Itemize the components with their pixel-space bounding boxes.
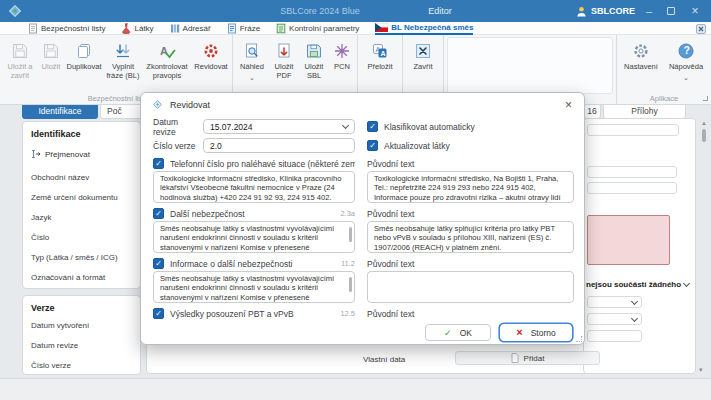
validation-error-field[interactable] <box>587 215 670 265</box>
version-number-label: Číslo verze <box>153 141 203 151</box>
revise-gear-icon <box>202 42 220 60</box>
version-number-input[interactable]: 2.0 <box>203 138 355 153</box>
section-other-hazards-original-text[interactable]: Směs neobsahuje látky splňující kritéria… <box>367 221 574 253</box>
close-editor-button[interactable]: Zavřít <box>405 38 441 72</box>
section-emergency-phone-original-text[interactable]: Toxikologické informační středisko, Na B… <box>367 171 574 203</box>
section-other-hazards-header: ✓ Další nebezpečnost 2.3a <box>153 208 355 219</box>
translate-button[interactable]: AA Přeložit <box>360 38 400 72</box>
tab-latky[interactable]: Látky <box>121 22 153 35</box>
tab-bl-nebezpecna-smes[interactable]: BL Nebezpečná směs <box>375 22 473 35</box>
section-ref-badge: 11.2 <box>341 259 355 268</box>
section-emergency-phone-new-text[interactable]: Toxikologické informační středisko, Klin… <box>153 171 355 203</box>
section-other-hazard-info-new-text[interactable]: Směs neobsahuje látky s vlastnostmi vyvo… <box>153 271 355 303</box>
section-pbt-results-checkbox[interactable]: ✓ <box>153 308 164 319</box>
section-pbt-results-header: ✓ Výsledky posouzení PBT a vPvB 12.5 <box>153 308 355 319</box>
field-typ: Typ (Látka / směs / ICG) <box>31 253 132 262</box>
maximize-button[interactable] <box>661 0 681 22</box>
account-label: SBLCORE <box>591 6 635 16</box>
columns-icon <box>170 23 180 34</box>
pcn-star-icon <box>333 42 351 60</box>
group-label-aplikace: Aplikace <box>617 94 711 103</box>
original-text-label: Původní text <box>367 208 574 219</box>
identification-panel-title: Identifikace <box>31 129 132 139</box>
section-other-hazards-checkbox[interactable]: ✓ <box>153 208 164 219</box>
textarea-scrollbar-thumb[interactable] <box>349 227 352 242</box>
version-panel-title: Verze <box>31 303 132 313</box>
right-panel-input-1[interactable] <box>587 124 679 136</box>
section-emergency-phone-checkbox[interactable]: ✓ <box>153 158 164 169</box>
close-window-button[interactable]: × <box>685 0 705 22</box>
field-oznacovani: Označování a formát <box>31 273 132 282</box>
account-button[interactable]: SBLCORE <box>576 0 635 22</box>
vertical-scrollbar[interactable]: ▲ <box>701 119 707 369</box>
rename-button[interactable]: Přejmenovat <box>31 149 132 159</box>
duplicate-button[interactable]: Duplikovat <box>64 38 104 72</box>
revise-dialog-title: Revidovat <box>170 100 557 110</box>
tab-identifikace[interactable]: Identifikace <box>22 103 98 119</box>
update-substances-checkbox[interactable]: ✓ <box>367 140 378 151</box>
field-jazyk: Jazyk <box>31 213 132 222</box>
save-and-close-button[interactable]: Uložit a zavřít <box>2 38 38 80</box>
original-text-label: Původní text <box>367 258 574 269</box>
section-other-hazards-new-text[interactable]: Směs neobsahuje látky s vlastnostmi vyvo… <box>153 221 355 253</box>
save-button[interactable]: Uložit <box>38 38 64 72</box>
section-ref-badge: 2.3a <box>340 209 355 218</box>
dialog-close-button[interactable]: × <box>563 99 574 111</box>
help-dropdown-caret: ⌄ <box>683 75 689 80</box>
ok-button[interactable]: ✓ OK <box>425 324 491 341</box>
scrollbar-thumb[interactable] <box>702 129 706 142</box>
right-panel-dropdown-2[interactable] <box>587 313 642 325</box>
right-panel-input-2[interactable] <box>587 166 677 178</box>
document-icon <box>28 23 38 34</box>
tab-pocatecni[interactable]: Poč <box>100 103 144 119</box>
spellcheck-icon: A <box>158 42 176 60</box>
panel-collapse-icon[interactable]: ▾ <box>699 366 703 374</box>
original-text-label: Původní text <box>367 308 574 319</box>
spellcheck-button[interactable]: A Zkontrolovat pravopis <box>142 38 192 80</box>
close-x-icon <box>414 42 432 60</box>
pcn-button[interactable]: PCN <box>329 38 355 72</box>
save-sbl-button[interactable]: Uložit SBL <box>299 38 329 80</box>
section-other-hazard-info-checkbox[interactable]: ✓ <box>153 258 164 269</box>
dialog-resize-grip[interactable] <box>576 336 582 342</box>
revise-dialog: Revidovat × Datum revize 15.07.2024 ✓ Kl… <box>140 92 585 345</box>
right-panel-input-4[interactable] <box>587 330 642 342</box>
revise-button[interactable]: Revidovat <box>192 38 230 72</box>
dropdown-caret-icon <box>631 297 638 304</box>
close-document-icon[interactable] <box>696 24 706 34</box>
window-title: Editor <box>398 0 482 22</box>
module-tab-bar: Bezpečnostní listy Látky Adresář Fráze K… <box>0 22 711 35</box>
flask-icon <box>121 23 131 34</box>
update-substances-checkbox-row[interactable]: ✓ Aktualizovat látky <box>367 138 574 153</box>
classify-auto-checkbox[interactable]: ✓ <box>367 121 378 132</box>
tab-bezpecnostni-listy[interactable]: Bezpečnostní listy <box>28 22 105 35</box>
settings-button[interactable]: Nastavení <box>619 38 663 72</box>
preview-icon <box>243 42 261 60</box>
revision-date-combobox[interactable]: 15.07.2024 <box>203 119 355 134</box>
tab-adresar[interactable]: Adresář <box>170 22 211 35</box>
minimize-button[interactable]: – <box>639 0 659 22</box>
tab-16[interactable]: 16 <box>583 103 601 119</box>
section-collapse-caret[interactable] <box>683 280 690 287</box>
help-button[interactable]: ? Nápověda ⌄ <box>663 38 709 80</box>
save-pdf-button[interactable]: Uložit PDF <box>269 38 299 80</box>
add-button[interactable]: Přidat <box>455 351 600 365</box>
dialog-launcher-icon[interactable] <box>703 96 708 101</box>
section-other-hazard-info-header: ✓ Informace o další nebezpečnosti 11.2 <box>153 258 355 269</box>
classify-auto-checkbox-row[interactable]: ✓ Klasifikovat automaticky <box>367 119 574 134</box>
revise-dialog-header[interactable]: Revidovat × <box>141 93 584 113</box>
right-panel-dropdown-1[interactable] <box>587 296 642 308</box>
preview-button[interactable]: Náhled ⌄ <box>235 38 269 80</box>
revise-dialog-body: Datum revize 15.07.2024 ✓ Klasifikovat a… <box>141 113 584 341</box>
tab-prilohy[interactable]: Přílohy <box>603 103 686 119</box>
fill-phrases-button[interactable]: Vyplnit fráze (BL) <box>104 38 142 80</box>
cancel-x-icon: × <box>516 327 522 338</box>
scrollbar-up-icon[interactable]: ▲ <box>701 119 707 127</box>
cancel-button[interactable]: × Storno <box>500 324 572 341</box>
right-panel-input-3[interactable] <box>587 182 677 194</box>
version-panel: Verze Datum vytvoření Datum revize Číslo… <box>22 295 141 375</box>
tab-kontrolni-parametry[interactable]: Kontrolní parametry <box>276 22 359 35</box>
section-other-hazard-info-original-text[interactable] <box>367 271 574 303</box>
tab-fraze[interactable]: Fráze <box>227 22 260 35</box>
textarea-scrollbar-thumb[interactable] <box>349 277 352 292</box>
